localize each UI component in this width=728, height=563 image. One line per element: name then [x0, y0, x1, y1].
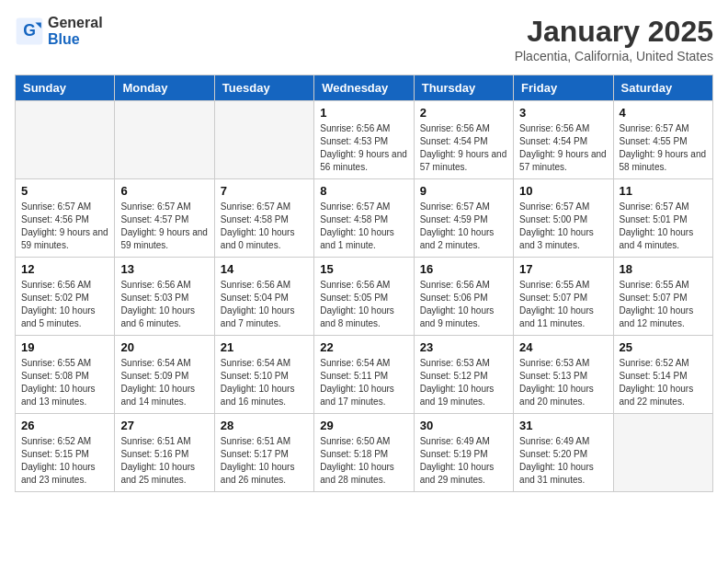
day-info: Sunrise: 6:57 AM Sunset: 4:55 PM Dayligh… [620, 122, 707, 174]
week-row-1: 1Sunrise: 6:56 AM Sunset: 4:53 PM Daylig… [16, 101, 713, 179]
calendar-cell: 28Sunrise: 6:51 AM Sunset: 5:17 PM Dayli… [214, 414, 313, 492]
day-info: Sunrise: 6:49 AM Sunset: 5:20 PM Dayligh… [519, 435, 607, 487]
day-info: Sunrise: 6:55 AM Sunset: 5:07 PM Dayligh… [620, 279, 707, 330]
day-info: Sunrise: 6:57 AM Sunset: 4:58 PM Dayligh… [320, 201, 407, 252]
calendar-cell: 26Sunrise: 6:52 AM Sunset: 5:15 PM Dayli… [16, 414, 115, 492]
day-info: Sunrise: 6:51 AM Sunset: 5:17 PM Dayligh… [221, 435, 308, 487]
day-info: Sunrise: 6:57 AM Sunset: 4:57 PM Dayligh… [120, 201, 208, 252]
day-info: Sunrise: 6:56 AM Sunset: 5:06 PM Dayligh… [420, 279, 507, 330]
calendar-table: SundayMondayTuesdayWednesdayThursdayFrid… [15, 75, 713, 492]
day-number: 11 [620, 184, 707, 198]
calendar-cell: 3Sunrise: 6:56 AM Sunset: 4:54 PM Daylig… [514, 101, 613, 179]
day-number: 29 [320, 419, 407, 432]
calendar-cell: 7Sunrise: 6:57 AM Sunset: 4:58 PM Daylig… [214, 179, 313, 258]
day-info: Sunrise: 6:53 AM Sunset: 5:13 PM Dayligh… [519, 357, 607, 408]
day-number: 15 [320, 262, 407, 276]
calendar-cell: 13Sunrise: 6:56 AM Sunset: 5:03 PM Dayli… [115, 258, 214, 336]
day-number: 28 [221, 419, 308, 432]
calendar-cell: 4Sunrise: 6:57 AM Sunset: 4:55 PM Daylig… [613, 101, 712, 179]
day-number: 12 [21, 262, 108, 276]
logo-icon: G [15, 17, 44, 46]
day-number: 7 [221, 184, 308, 198]
month-title: January 2025 [515, 15, 713, 49]
calendar-cell: 16Sunrise: 6:56 AM Sunset: 5:06 PM Dayli… [414, 258, 513, 336]
day-number: 21 [221, 340, 308, 354]
logo: G General Blue [15, 15, 103, 49]
day-info: Sunrise: 6:50 AM Sunset: 5:18 PM Dayligh… [320, 435, 407, 487]
day-info: Sunrise: 6:57 AM Sunset: 4:59 PM Dayligh… [420, 201, 507, 252]
calendar-cell: 31Sunrise: 6:49 AM Sunset: 5:20 PM Dayli… [514, 414, 613, 492]
day-info: Sunrise: 6:56 AM Sunset: 5:02 PM Dayligh… [21, 279, 108, 330]
calendar-cell: 23Sunrise: 6:53 AM Sunset: 5:12 PM Dayli… [414, 336, 513, 414]
day-info: Sunrise: 6:54 AM Sunset: 5:10 PM Dayligh… [221, 357, 308, 408]
col-header-monday: Monday [115, 75, 214, 101]
day-info: Sunrise: 6:56 AM Sunset: 4:54 PM Dayligh… [420, 122, 507, 174]
day-number: 13 [120, 262, 208, 276]
day-number: 16 [420, 262, 507, 276]
day-info: Sunrise: 6:54 AM Sunset: 5:11 PM Dayligh… [320, 357, 407, 408]
title-section: January 2025 Placentia, California, Unit… [515, 15, 713, 63]
col-header-tuesday: Tuesday [214, 75, 313, 101]
calendar-cell: 22Sunrise: 6:54 AM Sunset: 5:11 PM Dayli… [314, 336, 414, 414]
col-header-thursday: Thursday [414, 75, 513, 101]
day-number: 30 [420, 419, 507, 432]
calendar-cell [214, 101, 313, 179]
day-number: 31 [519, 419, 607, 432]
calendar-cell [115, 101, 214, 179]
week-row-5: 26Sunrise: 6:52 AM Sunset: 5:15 PM Dayli… [16, 414, 713, 492]
day-number: 3 [519, 106, 607, 120]
calendar-cell: 30Sunrise: 6:49 AM Sunset: 5:19 PM Dayli… [414, 414, 513, 492]
day-info: Sunrise: 6:57 AM Sunset: 4:58 PM Dayligh… [221, 201, 308, 252]
day-info: Sunrise: 6:56 AM Sunset: 4:54 PM Dayligh… [519, 122, 607, 174]
day-number: 22 [320, 340, 407, 354]
day-info: Sunrise: 6:56 AM Sunset: 5:04 PM Dayligh… [221, 279, 308, 330]
day-number: 17 [519, 262, 607, 276]
day-number: 25 [620, 340, 707, 354]
calendar-cell: 27Sunrise: 6:51 AM Sunset: 5:16 PM Dayli… [115, 414, 214, 492]
calendar-cell: 24Sunrise: 6:53 AM Sunset: 5:13 PM Dayli… [514, 336, 613, 414]
calendar-cell: 5Sunrise: 6:57 AM Sunset: 4:56 PM Daylig… [16, 179, 115, 258]
day-info: Sunrise: 6:54 AM Sunset: 5:09 PM Dayligh… [120, 357, 208, 408]
day-number: 1 [320, 106, 407, 120]
day-number: 27 [120, 419, 208, 432]
col-header-sunday: Sunday [16, 75, 115, 101]
day-number: 20 [120, 340, 208, 354]
calendar-cell: 17Sunrise: 6:55 AM Sunset: 5:07 PM Dayli… [514, 258, 613, 336]
col-header-friday: Friday [514, 75, 613, 101]
calendar-cell: 19Sunrise: 6:55 AM Sunset: 5:08 PM Dayli… [16, 336, 115, 414]
day-info: Sunrise: 6:49 AM Sunset: 5:19 PM Dayligh… [420, 435, 507, 487]
logo-general-text: General [48, 15, 103, 31]
week-row-3: 12Sunrise: 6:56 AM Sunset: 5:02 PM Dayli… [16, 258, 713, 336]
day-number: 9 [420, 184, 507, 198]
day-number: 23 [420, 340, 507, 354]
calendar-cell: 25Sunrise: 6:52 AM Sunset: 5:14 PM Dayli… [613, 336, 712, 414]
svg-text:G: G [23, 21, 36, 40]
day-info: Sunrise: 6:53 AM Sunset: 5:12 PM Dayligh… [420, 357, 507, 408]
calendar-cell: 11Sunrise: 6:57 AM Sunset: 5:01 PM Dayli… [613, 179, 712, 258]
day-info: Sunrise: 6:56 AM Sunset: 4:53 PM Dayligh… [320, 122, 407, 174]
col-header-wednesday: Wednesday [314, 75, 414, 101]
day-number: 5 [21, 184, 108, 198]
calendar-cell: 14Sunrise: 6:56 AM Sunset: 5:04 PM Dayli… [214, 258, 313, 336]
calendar-cell: 2Sunrise: 6:56 AM Sunset: 4:54 PM Daylig… [414, 101, 513, 179]
calendar-cell: 20Sunrise: 6:54 AM Sunset: 5:09 PM Dayli… [115, 336, 214, 414]
calendar-cell: 8Sunrise: 6:57 AM Sunset: 4:58 PM Daylig… [314, 179, 414, 258]
day-number: 4 [620, 106, 707, 120]
calendar-cell [16, 101, 115, 179]
calendar-cell: 15Sunrise: 6:56 AM Sunset: 5:05 PM Dayli… [314, 258, 414, 336]
day-number: 26 [21, 419, 108, 432]
calendar-cell: 18Sunrise: 6:55 AM Sunset: 5:07 PM Dayli… [613, 258, 712, 336]
calendar-cell [613, 414, 712, 492]
day-info: Sunrise: 6:52 AM Sunset: 5:15 PM Dayligh… [21, 435, 108, 487]
week-row-4: 19Sunrise: 6:55 AM Sunset: 5:08 PM Dayli… [16, 336, 713, 414]
calendar-header-row: SundayMondayTuesdayWednesdayThursdayFrid… [16, 75, 713, 101]
calendar-cell: 21Sunrise: 6:54 AM Sunset: 5:10 PM Dayli… [214, 336, 313, 414]
day-info: Sunrise: 6:56 AM Sunset: 5:05 PM Dayligh… [320, 279, 407, 330]
day-info: Sunrise: 6:51 AM Sunset: 5:16 PM Dayligh… [120, 435, 208, 487]
day-info: Sunrise: 6:57 AM Sunset: 4:56 PM Dayligh… [21, 201, 108, 252]
day-info: Sunrise: 6:52 AM Sunset: 5:14 PM Dayligh… [620, 357, 707, 408]
day-number: 2 [420, 106, 507, 120]
calendar-cell: 10Sunrise: 6:57 AM Sunset: 5:00 PM Dayli… [514, 179, 613, 258]
calendar-cell: 29Sunrise: 6:50 AM Sunset: 5:18 PM Dayli… [314, 414, 414, 492]
day-number: 8 [320, 184, 407, 198]
